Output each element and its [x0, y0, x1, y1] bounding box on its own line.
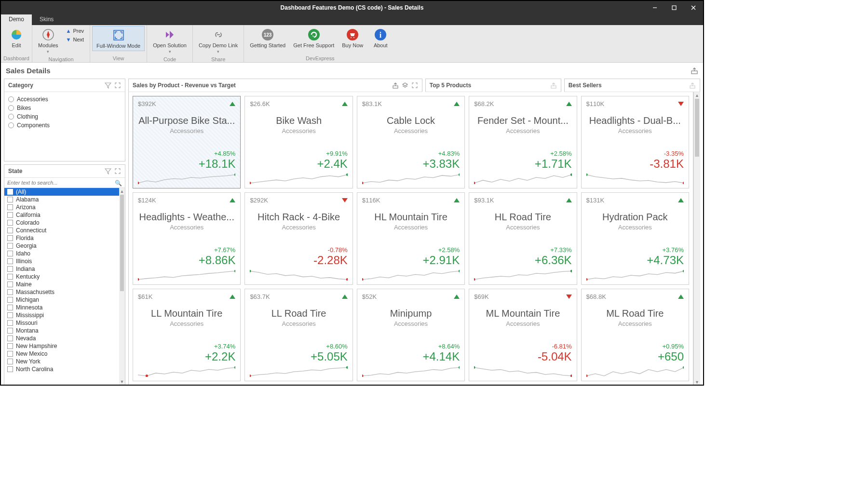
state-item[interactable]: Massachusetts	[4, 288, 125, 296]
state-item[interactable]: Minnesota	[4, 304, 125, 311]
product-card[interactable]: $131KHydration PackAccessories+3.76%+4.7…	[581, 192, 689, 285]
product-card[interactable]: $68.8KML Road TireAccessories+0.95%+650	[581, 289, 689, 381]
cards-scrollbar[interactable]: ▲ ▼	[693, 92, 700, 386]
product-card[interactable]: $69KML Mountain TireAccessories-6.81%-5.…	[469, 289, 577, 381]
state-item[interactable]: New Hampshire	[4, 342, 125, 350]
product-card[interactable]: $83.1KCable LockAccessories+4.83%+3.83K	[357, 96, 465, 188]
state-item[interactable]: Alabama	[4, 196, 125, 203]
state-item[interactable]: Montana	[4, 327, 125, 335]
product-card[interactable]: $61KLL Mountain TireAccessories+3.74%+2.…	[133, 289, 241, 381]
svg-point-35	[682, 270, 684, 272]
scroll-down-icon[interactable]: ▼	[694, 379, 700, 386]
product-card[interactable]: $110KHeadlights - Dual-B...Accessories-3…	[581, 96, 689, 188]
state-item[interactable]: Idaho	[4, 250, 125, 257]
scroll-thumb[interactable]	[695, 99, 699, 157]
svg-point-23	[570, 174, 572, 176]
tab-demo[interactable]: Demo	[1, 14, 32, 25]
scrollbar[interactable]: ▲ ▼	[119, 188, 125, 385]
export-icon[interactable]	[392, 82, 399, 89]
card-category: Accessories	[250, 224, 347, 231]
state-item[interactable]: Illinois	[4, 257, 125, 265]
state-item[interactable]: Kentucky	[4, 273, 125, 281]
get-free-support-button[interactable]: Get Free Support	[289, 26, 338, 50]
product-card[interactable]: $124KHeadlights - Weathe...Accessories+7…	[133, 192, 241, 285]
svg-point-42	[570, 375, 572, 377]
state-item[interactable]: Nevada	[4, 335, 125, 342]
maximize-panel-icon[interactable]	[114, 168, 121, 174]
category-item[interactable]: Accessories	[8, 95, 121, 104]
close-button[interactable]	[684, 1, 703, 14]
scroll-down-icon[interactable]: ▼	[119, 378, 125, 385]
state-item[interactable]: New York	[4, 358, 125, 365]
trend-up-icon	[678, 198, 684, 202]
product-card[interactable]: $93.1KHL Road TireAccessories+7.33%+6.36…	[469, 192, 577, 285]
copy-demo-link-button[interactable]: Copy Demo Link▾	[195, 26, 242, 56]
card-pct: -6.81%	[474, 343, 571, 350]
state-item[interactable]: Indiana	[4, 265, 125, 273]
product-card[interactable]: $63.7KLL Road TireAccessories+8.60%+5.05…	[244, 289, 353, 381]
product-card[interactable]: $392KAll-Purpose Bike Sta...Accessories+…	[133, 96, 241, 188]
product-card[interactable]: $68.2KFender Set - Mount...Accessories+2…	[469, 96, 577, 188]
card-revenue: $69K	[474, 293, 488, 300]
product-card[interactable]: $116KHL Mountain TireAccessories+2.58%+2…	[357, 192, 465, 285]
checkbox-icon	[7, 335, 13, 341]
tab-skins[interactable]: Skins	[32, 14, 61, 25]
filter-icon[interactable]	[105, 168, 111, 174]
full-window-mode-button[interactable]: Full-Window Mode	[92, 26, 145, 51]
getting-started-button[interactable]: 123 Getting Started	[246, 26, 289, 50]
scroll-up-icon[interactable]: ▲	[119, 188, 125, 195]
export-icon[interactable]	[689, 82, 696, 89]
state-item[interactable]: Arizona	[4, 203, 125, 211]
category-item[interactable]: Components	[8, 121, 121, 130]
next-button[interactable]: ▼Next	[65, 36, 85, 43]
maximize-panel-icon[interactable]	[411, 82, 418, 89]
card-sparkline	[474, 173, 571, 184]
state-item[interactable]: Colorado	[4, 219, 125, 227]
product-card[interactable]: $26.6KBike WashAccessories+9.91%+2.4K	[244, 96, 353, 188]
state-item[interactable]: New Mexico	[4, 350, 125, 358]
state-list[interactable]: (All)AlabamaArizonaCaliforniaColoradoCon…	[4, 188, 125, 385]
product-card[interactable]: $292KHitch Rack - 4-BikeAccessories-0.78…	[244, 192, 353, 285]
export-button[interactable]	[691, 67, 698, 75]
card-revenue: $68.2K	[474, 100, 494, 107]
state-item[interactable]: Connecticut	[4, 227, 125, 234]
chevron-down-icon: ▼	[66, 37, 71, 42]
state-item[interactable]: Mississippi	[4, 311, 125, 319]
product-card[interactable]: $52KMinipumpAccessories+8.64%+4.14K	[357, 289, 465, 381]
prev-button[interactable]: ▲Prev	[65, 27, 85, 35]
minimize-button[interactable]	[645, 1, 665, 14]
state-item[interactable]: Florida	[4, 234, 125, 242]
radio-icon	[8, 105, 14, 111]
svg-rect-14	[551, 86, 556, 88]
trend-up-icon	[342, 295, 348, 299]
maximize-button[interactable]	[665, 1, 684, 14]
state-item[interactable]: (All)	[4, 188, 125, 196]
state-item[interactable]: Georgia	[4, 242, 125, 250]
state-item[interactable]: Michigan	[4, 296, 125, 304]
export-icon[interactable]	[550, 82, 557, 89]
buy-now-button[interactable]: Buy Now	[338, 26, 367, 50]
state-item[interactable]: North Carolina	[4, 365, 125, 373]
best-header: Best Sellers	[564, 79, 700, 92]
scroll-up-icon[interactable]: ▲	[694, 92, 700, 99]
state-item[interactable]: California	[4, 211, 125, 219]
state-item[interactable]: Maine	[4, 281, 125, 288]
modules-button[interactable]: Modules▾	[34, 26, 62, 56]
open-solution-button[interactable]: Open Solution▾	[149, 26, 190, 56]
category-label: Clothing	[17, 113, 38, 120]
category-item[interactable]: Bikes	[8, 104, 121, 112]
card-category: Accessories	[250, 320, 347, 327]
about-button[interactable]: i About	[367, 26, 394, 50]
filter-icon[interactable]	[105, 82, 111, 89]
scroll-thumb[interactable]	[120, 195, 124, 291]
checkbox-icon	[7, 281, 13, 287]
state-item[interactable]: Missouri	[4, 319, 125, 327]
edit-button[interactable]: Edit	[3, 26, 30, 50]
visualstudio-icon	[163, 28, 176, 41]
layers-icon[interactable]	[402, 82, 408, 89]
state-label: Georgia	[16, 242, 37, 249]
card-revenue: $131K	[586, 197, 605, 204]
maximize-panel-icon[interactable]	[114, 82, 121, 89]
category-item[interactable]: Clothing	[8, 112, 121, 121]
state-search-input[interactable]	[4, 178, 125, 188]
